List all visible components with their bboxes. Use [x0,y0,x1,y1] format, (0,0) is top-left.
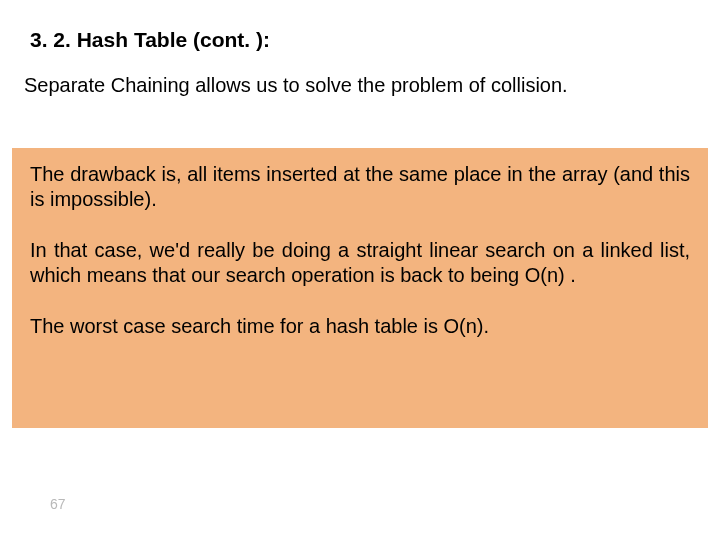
box-paragraph-3: The worst case search time for a hash ta… [30,314,690,339]
slide: 3. 2. Hash Table (cont. ): Separate Chai… [0,0,720,540]
intro-text: Separate Chaining allows us to solve the… [0,52,720,97]
box-paragraph-1: The drawback is, all items inserted at t… [30,162,690,212]
highlight-box: The drawback is, all items inserted at t… [12,148,708,428]
page-number: 67 [50,496,66,512]
box-paragraph-2: In that case, we'd really be doing a str… [30,238,690,288]
section-title: 3. 2. Hash Table (cont. ): [0,0,720,52]
